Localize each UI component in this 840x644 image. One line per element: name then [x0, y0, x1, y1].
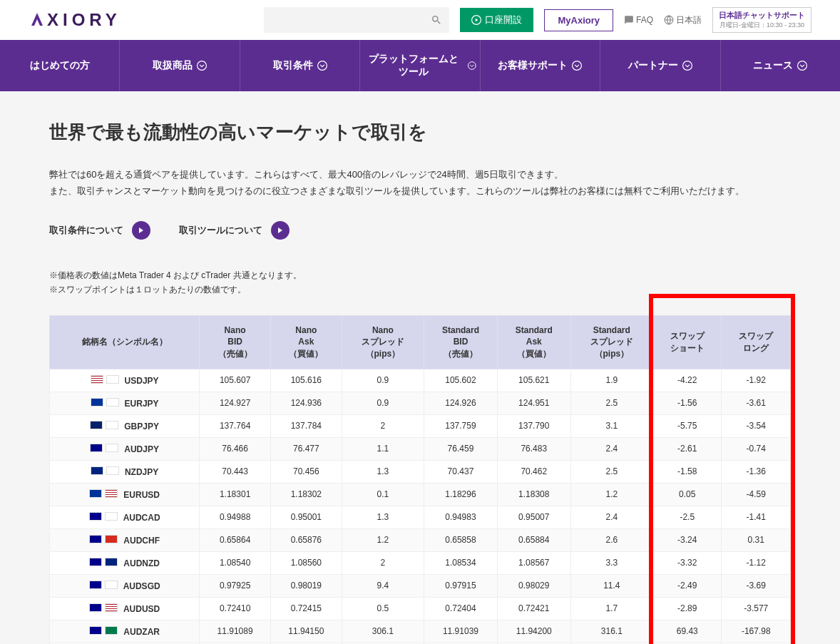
cell-ns: 0.5 [342, 597, 424, 620]
trading-conditions-link[interactable]: 取引条件について [49, 221, 150, 240]
table-row: NZDJPY70.44370.4561.370.43770.4622.5-1.5… [50, 460, 791, 483]
nav-item-6[interactable]: ニュース [721, 40, 840, 91]
cell-sa: 0.95007 [497, 506, 570, 528]
cell-sws: -4.22 [653, 369, 722, 392]
cell-ss: 2.5 [570, 460, 652, 483]
note-2: ※スワップポイントは１ロットあたりの数値です。 [49, 282, 791, 297]
cell-swl: 0.31 [722, 528, 791, 551]
symbol-cell: EURUSD [50, 483, 200, 506]
nav-item-3[interactable]: プラットフォームとツール [360, 40, 480, 91]
cell-sws: 0.05 [653, 483, 722, 506]
arrow-circle-icon [271, 221, 290, 240]
flag-eu [89, 489, 102, 498]
col-nano_bid: NanoBID（売値） [200, 315, 271, 369]
symbol-cell: AUDCAD [50, 506, 200, 528]
cell-sa: 1.18308 [497, 483, 570, 506]
myaxiory-button[interactable]: MyAxiory [544, 9, 613, 31]
play-icon [471, 15, 481, 25]
flag-jp [106, 421, 118, 429]
cell-sb: 0.72404 [424, 597, 498, 620]
table-row: USDJPY105.607105.6160.9105.602105.6211.9… [50, 369, 791, 392]
flag-za [105, 626, 118, 635]
cell-sb: 124.926 [424, 392, 498, 414]
cell-nb: 0.94988 [200, 506, 271, 528]
cell-sb: 0.94983 [424, 506, 498, 528]
language-selector[interactable]: 日本語 [664, 14, 702, 26]
table-row: AUDJPY76.46676.4771.176.45976.4832.4-2.6… [50, 437, 791, 460]
cell-ns: 1.3 [342, 506, 424, 528]
flag-eu [91, 398, 103, 407]
notes: ※価格表の数値はMeta Trader 4 および cTrader 共通となりま… [49, 268, 791, 297]
cell-na: 0.95001 [270, 506, 342, 528]
cell-na: 0.72415 [270, 597, 342, 620]
cell-ss: 2.5 [570, 392, 652, 414]
cell-nb: 1.08540 [200, 551, 271, 574]
cell-nb: 137.764 [200, 414, 271, 437]
cell-sa: 137.790 [497, 414, 570, 437]
nav-item-0[interactable]: はじめての方 [0, 40, 120, 91]
cell-nb: 11.91089 [200, 620, 271, 643]
cell-nb: 124.927 [200, 392, 271, 414]
nav-item-4[interactable]: お客様サポート [481, 40, 600, 91]
table-row: AUDCHF0.658640.658761.20.658580.658842.6… [50, 528, 791, 551]
svg-point-7 [798, 61, 807, 71]
cell-ss: 1.7 [570, 597, 652, 620]
cell-na: 11.94150 [270, 620, 342, 643]
faq-link[interactable]: FAQ [624, 15, 653, 25]
cell-sws: -5.75 [653, 414, 722, 437]
chat-support-box[interactable]: 日本語チャットサポート 月曜日-金曜日：10:30 - 23:30 [712, 7, 811, 33]
flag-jp [106, 375, 119, 384]
cell-na: 70.456 [270, 460, 342, 483]
language-label: 日本語 [676, 14, 702, 26]
cell-ss: 2.6 [570, 528, 652, 551]
cell-sws: -3.32 [653, 551, 722, 574]
nav-item-1[interactable]: 取扱商品 [120, 40, 240, 91]
flag-us [105, 603, 118, 612]
cell-swl: -1.92 [722, 369, 791, 392]
col-swap_long: スワップロング [722, 315, 791, 369]
main-nav: はじめての方取扱商品取引条件プラットフォームとツールお客様サポートパートナーニュ… [0, 40, 840, 91]
cell-na: 0.65876 [270, 528, 342, 551]
open-account-button[interactable]: 口座開設 [460, 8, 533, 32]
nav-item-5[interactable]: パートナー [600, 40, 720, 91]
cell-sb: 11.91039 [424, 620, 498, 643]
cell-ns: 9.4 [342, 574, 424, 597]
col-nano_ask: NanoAsk（買値） [270, 315, 342, 369]
cell-nb: 76.466 [200, 437, 271, 460]
table-row: EURJPY124.927124.9360.9124.926124.9512.5… [50, 392, 791, 414]
cell-sa: 0.98029 [497, 574, 570, 597]
chevron-down-icon [197, 61, 207, 71]
logo[interactable]: XIORY [29, 10, 121, 30]
col-std_bid: StandardBID（売値） [424, 315, 498, 369]
chevron-down-icon [468, 61, 476, 71]
svg-point-2 [198, 61, 207, 71]
cell-na: 137.784 [270, 414, 342, 437]
cell-na: 124.936 [270, 392, 342, 414]
cell-na: 0.98019 [270, 574, 342, 597]
trading-tools-link[interactable]: 取引ツールについて [179, 221, 290, 240]
flag-jp [106, 398, 119, 407]
cell-sb: 1.18296 [424, 483, 498, 506]
flag-au [89, 512, 102, 521]
cell-ns: 0.9 [342, 392, 424, 414]
desc-line-1: 弊社では60を超える通貨ペアを提供しています。これらはすべて、最大400倍のレバ… [49, 166, 791, 183]
chevron-down-icon [572, 61, 582, 71]
symbol-cell: AUDSGD [50, 574, 200, 597]
cell-sa: 1.08567 [497, 551, 570, 574]
symbol-cell: GBPJPY [50, 414, 200, 437]
cell-ss: 2.4 [570, 506, 652, 528]
cell-sa: 124.951 [497, 392, 570, 414]
chat-icon [624, 15, 634, 25]
search-input[interactable] [264, 7, 449, 33]
cell-sws: -2.49 [653, 574, 722, 597]
cell-sa: 105.621 [497, 369, 570, 392]
symbol-cell: AUDJPY [50, 437, 200, 460]
nav-item-2[interactable]: 取引条件 [240, 40, 360, 91]
cell-swl: -3.54 [722, 414, 791, 437]
cell-ss: 3.1 [570, 414, 652, 437]
page-description: 弊社では60を超える通貨ペアを提供しています。これらはすべて、最大400倍のレバ… [49, 166, 791, 200]
cell-sws: -1.56 [653, 392, 722, 414]
arrow-circle-icon [132, 221, 150, 240]
cell-nb: 105.607 [200, 369, 271, 392]
note-1: ※価格表の数値はMeta Trader 4 および cTrader 共通となりま… [49, 268, 791, 282]
